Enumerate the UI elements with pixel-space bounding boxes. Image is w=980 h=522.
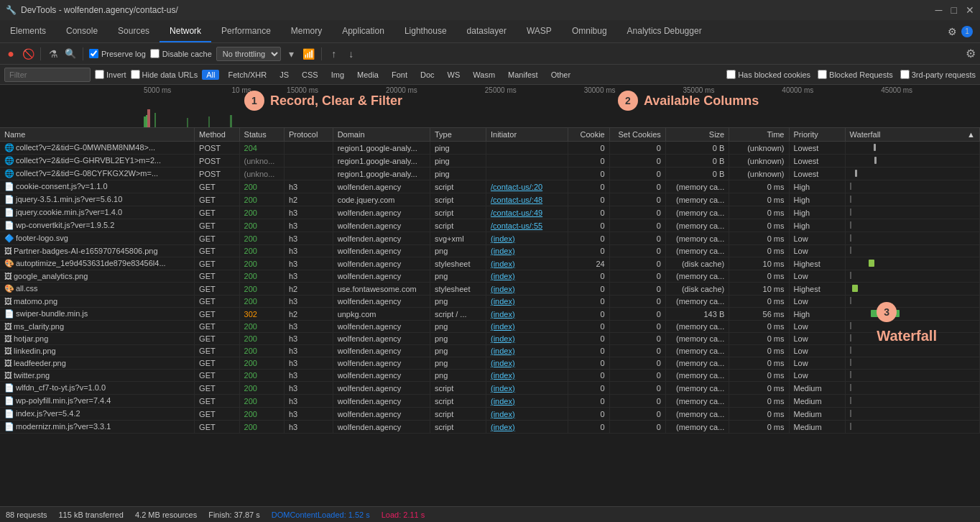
tab-network[interactable]: Network: [160, 20, 211, 42]
blocked-requests-input[interactable]: [818, 70, 827, 79]
invert-input[interactable]: [95, 70, 104, 79]
table-row[interactable]: 🌐collect?v=2&tid=G-GHRVBL2EY1>m=2... POS…: [0, 155, 980, 168]
col-size[interactable]: Size: [665, 128, 729, 142]
timeline[interactable]: 5000 ms 10 ms 15000 ms 20000 ms 25000 ms…: [0, 85, 980, 128]
table-row[interactable]: 🖼twitter.png GET 200 h3 wolfenden.agency…: [0, 370, 980, 382]
table-row[interactable]: 📄jquery-3.5.1.min.js?ver=5.6.10 GET 200 …: [0, 193, 980, 206]
export-button[interactable]: ↓: [345, 47, 358, 60]
filter-input[interactable]: [4, 68, 91, 82]
tab-performance[interactable]: Performance: [211, 20, 281, 42]
titlebar-title: DevTools - wolfenden.agency/contact-us/: [21, 5, 178, 15]
filter-tag-manifest[interactable]: Manifest: [504, 70, 542, 80]
close-button[interactable]: ✕: [966, 4, 974, 16]
filter-tag-css[interactable]: CSS: [297, 70, 323, 80]
hide-data-checkbox[interactable]: Hide data URLs: [131, 70, 198, 79]
disable-cache-input[interactable]: [150, 49, 160, 58]
preserve-log-input[interactable]: [89, 49, 98, 58]
col-domain[interactable]: Domain: [333, 128, 430, 142]
filter-tag-img[interactable]: Img: [327, 70, 348, 80]
col-method[interactable]: Method: [195, 128, 239, 142]
filter-tag-media[interactable]: Media: [353, 70, 383, 80]
third-party-input[interactable]: [900, 70, 910, 79]
clear-button[interactable]: 🚫: [22, 47, 34, 60]
col-name[interactable]: Name: [0, 128, 195, 142]
col-type[interactable]: Type: [430, 128, 486, 142]
col-set-cookies[interactable]: Set Cookies: [609, 128, 665, 142]
search-icon[interactable]: 🔍: [64, 47, 77, 60]
has-blocked-cookies-checkbox[interactable]: Has blocked cookies: [726, 70, 810, 79]
has-blocked-cookies-input[interactable]: [726, 70, 736, 79]
table-row[interactable]: 📄jquery.cookie.min.js?ver=1.4.0 GET 200 …: [0, 206, 980, 219]
table-row[interactable]: 🖼leadfeeder.png GET 200 h3 wolfenden.age…: [0, 357, 980, 370]
filter-tag-fetch-xhr[interactable]: Fetch/XHR: [223, 70, 271, 80]
tab-memory[interactable]: Memory: [281, 20, 332, 42]
cell-domain: code.jquery.com: [333, 193, 430, 206]
tab-lighthouse[interactable]: Lighthouse: [394, 20, 457, 42]
invert-checkbox[interactable]: Invert: [95, 70, 126, 79]
table-row[interactable]: 🖼matomo.png GET 200 h3 wolfenden.agency …: [0, 296, 980, 308]
filter-tag-ws[interactable]: WS: [443, 70, 465, 80]
table-row[interactable]: 🖼Partner-badges-AI-e1659707645806.png GE…: [0, 245, 980, 257]
cell-waterfall: [845, 155, 979, 168]
preserve-log-checkbox[interactable]: Preserve log: [89, 49, 146, 58]
maximize-button[interactable]: □: [951, 4, 957, 16]
tab-elements[interactable]: Elements: [0, 20, 56, 42]
filter-tag-other[interactable]: Other: [547, 70, 575, 80]
table-row[interactable]: 🎨autoptimize_1e9d453631de879e83456l4... …: [0, 257, 980, 270]
network-table-container[interactable]: Name Method Status Protocol Domain Type …: [0, 128, 980, 506]
network-settings-icon[interactable]: ⚙: [966, 47, 976, 60]
col-priority[interactable]: Priority: [789, 128, 845, 142]
cell-name: 🖼matomo.png: [0, 296, 195, 308]
import-button[interactable]: ↑: [328, 47, 341, 60]
filter-tag-wasm[interactable]: Wasm: [468, 70, 499, 80]
hide-data-input[interactable]: [131, 70, 140, 79]
throttling-dropdown-icon[interactable]: ▾: [285, 47, 298, 60]
throttling-select[interactable]: No throttling: [216, 47, 281, 61]
table-row[interactable]: 📄wp-polyfill.min.js?ver=7.4.4 GET 200 h3…: [0, 395, 980, 408]
record-button[interactable]: ●: [4, 47, 17, 60]
table-row[interactable]: 🌐collect?v=2&tid=G-08CYFKGX2W>m=... POST…: [0, 168, 980, 180]
disable-cache-checkbox[interactable]: Disable cache: [150, 49, 212, 58]
table-row[interactable]: 🖼linkedin.png GET 200 h3 wolfenden.agenc…: [0, 345, 980, 357]
devtools-settings-icon[interactable]: ⚙ 1: [940, 20, 980, 42]
cell-size: (memory ca...: [665, 395, 729, 408]
cell-status: 200: [239, 283, 284, 296]
filter-icon[interactable]: ⚗: [47, 47, 60, 60]
table-row[interactable]: 📄modernizr.min.js?ver=3.3.1 GET 200 h3 w…: [0, 421, 980, 434]
table-row[interactable]: 🖼ms_clarity.png GET 200 h3 wolfenden.age…: [0, 321, 980, 333]
tab-wasp[interactable]: WASP: [517, 20, 562, 42]
filter-tag-all[interactable]: All: [202, 70, 219, 80]
col-initiator[interactable]: Initiator: [486, 128, 568, 142]
tab-omnibug[interactable]: Omnibug: [562, 20, 617, 42]
cell-protocol: h3: [284, 232, 333, 245]
table-row[interactable]: 📄swiper-bundle.min.js GET 302 h2 unpkg.c…: [0, 308, 980, 321]
tab-analytics-debugger[interactable]: Analytics Debugger: [617, 20, 712, 42]
col-cookies[interactable]: Cookie: [568, 128, 609, 142]
third-party-checkbox[interactable]: 3rd-party requests: [900, 70, 976, 79]
table-row[interactable]: 📄wp-convertkit.js?ver=1.9.5.2 GET 200 h3…: [0, 219, 980, 232]
table-row[interactable]: 🖼google_analytics.png GET 200 h3 wolfend…: [0, 270, 980, 283]
col-time[interactable]: Time: [729, 128, 789, 142]
table-row[interactable]: 📄cookie-consent.js?v=1.1.0 GET 200 h3 wo…: [0, 180, 980, 193]
filter-tag-font[interactable]: Font: [387, 70, 412, 80]
table-row[interactable]: 🎨all.css GET 200 h2 use.fontawesome.com …: [0, 283, 980, 296]
tab-datalayer[interactable]: dataslayer: [457, 20, 517, 42]
blocked-requests-checkbox[interactable]: Blocked Requests: [818, 70, 893, 79]
minimize-button[interactable]: ─: [935, 4, 943, 16]
filter-tag-doc[interactable]: Doc: [416, 70, 439, 80]
cell-time: 0 ms: [729, 245, 789, 257]
tab-sources[interactable]: Sources: [108, 20, 160, 42]
tab-application[interactable]: Application: [332, 20, 394, 42]
table-row[interactable]: 🖼hotjar.png GET 200 h3 wolfenden.agency …: [0, 333, 980, 345]
table-row[interactable]: 🌐collect?v=2&tid=G-0MWNBM8NM48>... POST …: [0, 142, 980, 155]
network-conditions-icon[interactable]: 📶: [302, 47, 315, 60]
col-status[interactable]: Status: [239, 128, 284, 142]
table-row[interactable]: 📄index.js?ver=5.4.2 GET 200 h3 wolfenden…: [0, 408, 980, 421]
table-row[interactable]: 🔷footer-logo.svg GET 200 h3 wolfenden.ag…: [0, 232, 980, 245]
table-row[interactable]: 📄wlfdn_cf7-to-yt.js?v=1.0.0 GET 200 h3 w…: [0, 382, 980, 395]
filter-tag-js[interactable]: JS: [275, 70, 293, 80]
tab-console[interactable]: Console: [56, 20, 108, 42]
col-protocol[interactable]: Protocol: [284, 128, 333, 142]
col-waterfall[interactable]: Waterfall ▲: [845, 128, 979, 142]
cell-waterfall: [845, 168, 979, 180]
